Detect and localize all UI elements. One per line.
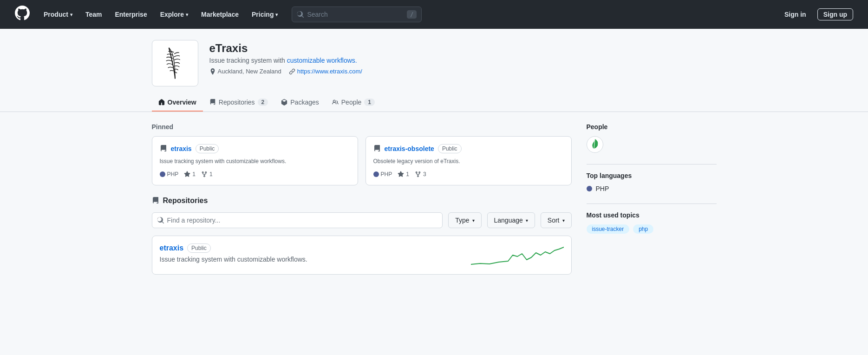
repos-search-bar[interactable] — [152, 212, 443, 228]
language-button[interactable]: Language ▾ — [487, 212, 535, 228]
lang-item-0: PHP — [587, 185, 717, 192]
star-icon — [184, 171, 190, 178]
chevron-down-icon: ▾ — [526, 218, 528, 223]
search-input[interactable] — [307, 11, 407, 18]
pinned-card-1-desc: Obsolete legacy version of eTraxis. — [373, 157, 564, 165]
search-kbd: / — [407, 10, 417, 19]
pinned-section-title: Pinned — [152, 123, 572, 131]
sort-button[interactable]: Sort ▾ — [541, 212, 572, 228]
chevron-down-icon: ▾ — [70, 12, 72, 17]
profile-desc-link[interactable]: customizable workflows. — [287, 57, 357, 64]
profile-location: Auckland, New Zealand — [209, 68, 281, 75]
pinned-card-1-lang: PHP — [373, 171, 392, 178]
sidebar-topics: Most used topics issue-tracker php — [587, 211, 717, 234]
nav-pricing[interactable]: Pricing ▾ — [249, 9, 281, 20]
pinned-card-1-stats: PHP 1 3 — [373, 171, 564, 178]
search-icon — [297, 11, 304, 18]
people-title: People — [587, 123, 717, 131]
profile-website-link[interactable]: https://www.etraxis.com/ — [297, 68, 362, 75]
tab-people[interactable]: People 1 — [326, 94, 381, 112]
repo-header-icon — [152, 197, 159, 204]
signup-button[interactable]: Sign up — [817, 8, 853, 20]
pinned-card-0-stars: 1 — [184, 171, 196, 178]
type-button[interactable]: Type ▾ — [448, 212, 481, 228]
lang-dot — [373, 171, 379, 177]
star-icon — [398, 171, 404, 178]
content-area: Pinned etraxis Public Issue tracking sys… — [152, 123, 572, 275]
sidebar-divider-2 — [587, 204, 717, 204]
profile-info: eTraxis Issue tracking system with custo… — [209, 40, 717, 75]
topics-title: Most used topics — [587, 211, 717, 219]
sidebar-languages: Top languages PHP — [587, 172, 717, 192]
pinned-card-1-title[interactable]: etraxis-obsolete — [385, 145, 434, 152]
profile-name: eTraxis — [209, 42, 717, 55]
chevron-down-icon: ▾ — [472, 218, 475, 223]
repos-search-row: Type ▾ Language ▾ Sort ▾ — [152, 212, 572, 228]
home-icon — [158, 99, 165, 105]
pinned-card-0-badge: Public — [196, 144, 219, 153]
pinned-card-0: etraxis Public Issue tracking system wit… — [152, 136, 358, 185]
profile-header: eTraxis Issue tracking system with custo… — [0, 29, 868, 112]
profile-website: https://www.etraxis.com/ — [289, 68, 362, 75]
repo-item-0-desc: Issue tracking system with customizable … — [160, 256, 463, 263]
pinned-card-0-stats: PHP 1 1 — [160, 171, 350, 178]
topic-1[interactable]: php — [633, 224, 653, 234]
nav-marketplace[interactable]: Marketplace — [198, 9, 241, 20]
tab-repositories[interactable]: Repositories 2 — [203, 94, 275, 112]
fork-icon — [415, 171, 421, 178]
main-content: Pinned etraxis Public Issue tracking sys… — [137, 112, 731, 286]
nav-team[interactable]: Team — [83, 9, 105, 20]
repo-item-0-header: etraxis Public — [160, 243, 463, 253]
people-icon — [332, 99, 339, 105]
lang-dot — [587, 186, 592, 191]
chevron-down-icon: ▾ — [186, 12, 188, 17]
sidebar-people: People — [587, 123, 717, 153]
repo-item-0: etraxis Public Issue tracking system wit… — [152, 236, 572, 275]
tab-packages[interactable]: Packages — [274, 94, 325, 112]
repos-count: 2 — [258, 99, 268, 106]
lang-dot — [160, 171, 165, 177]
pinned-card-1-badge: Public — [438, 144, 462, 153]
nav-product[interactable]: Product ▾ — [41, 9, 75, 20]
sidebar-divider-1 — [587, 164, 717, 164]
navbar: Product ▾ Team Enterprise Explore ▾ Mark… — [0, 0, 868, 29]
repos-header: Repositories — [152, 197, 572, 205]
signin-link[interactable]: Sign in — [781, 9, 810, 20]
people-count: 1 — [364, 99, 375, 106]
profile-description: Issue tracking system with customizable … — [209, 57, 717, 64]
location-icon — [209, 68, 216, 75]
search-bar[interactable]: / — [292, 7, 422, 22]
languages-title: Top languages — [587, 172, 717, 179]
repo-icon — [373, 145, 381, 152]
pinned-card-1-stars: 1 — [398, 171, 409, 178]
pinned-grid: etraxis Public Issue tracking system wit… — [152, 136, 572, 185]
nav-enterprise[interactable]: Enterprise — [112, 9, 150, 20]
repos-title: Repositories — [163, 197, 208, 205]
pinned-card-1-forks: 3 — [415, 171, 426, 178]
repositories-section: Repositories Type ▾ Language ▾ — [152, 197, 572, 275]
github-logo-icon[interactable] — [15, 6, 30, 24]
people-grid — [587, 136, 717, 153]
repos-search-input[interactable] — [167, 217, 438, 224]
profile-tabs: Overview Repositories 2 Packages People … — [137, 94, 731, 112]
pinned-card-0-title[interactable]: etraxis — [171, 145, 192, 152]
avatar — [152, 40, 198, 86]
repo-icon — [209, 99, 216, 105]
package-icon — [281, 99, 287, 105]
tab-overview[interactable]: Overview — [152, 94, 203, 112]
fork-icon — [201, 171, 208, 178]
repo-item-0-info: etraxis Public Issue tracking system wit… — [160, 243, 463, 263]
topic-0[interactable]: issue-tracker — [587, 224, 630, 234]
nav-explore[interactable]: Explore ▾ — [157, 9, 191, 20]
repos-search-icon — [157, 217, 164, 224]
chevron-down-icon: ▾ — [562, 218, 565, 223]
repo-item-0-chart — [471, 243, 564, 267]
pinned-card-0-lang: PHP — [160, 171, 179, 178]
repo-icon — [160, 145, 167, 152]
lang-list: PHP — [587, 185, 717, 192]
person-avatar-0[interactable] — [587, 136, 603, 153]
repo-item-0-title[interactable]: etraxis — [160, 244, 184, 252]
chevron-down-icon: ▾ — [275, 12, 278, 17]
sidebar: People Top languages PHP — [587, 123, 717, 275]
topics-list: issue-tracker php — [587, 224, 717, 234]
